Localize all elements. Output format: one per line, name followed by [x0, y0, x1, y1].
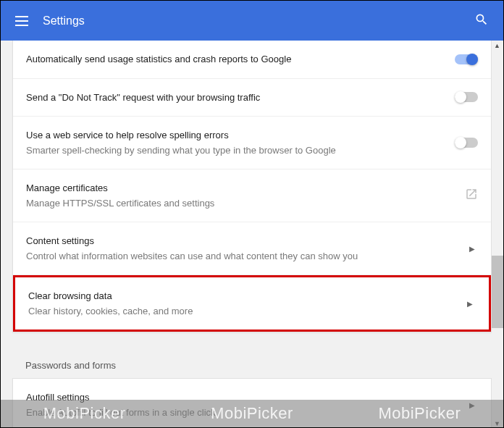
chevron-right-icon: ▶	[467, 300, 476, 308]
privacy-card: Automatically send usage statistics and …	[12, 41, 492, 332]
row-title: Autofill settings	[26, 390, 469, 405]
toggle-do-not-track[interactable]	[455, 92, 478, 102]
scrollbar[interactable]: ▲ ▼	[492, 41, 503, 428]
row-title: Content settings	[26, 234, 469, 248]
scroll-thumb[interactable]	[492, 256, 503, 328]
row-text: Send a "Do Not Track" request with your …	[26, 91, 455, 105]
row-title: Automatically send usage statistics and …	[26, 52, 455, 67]
row-text: Automatically send usage statistics and …	[26, 52, 455, 67]
row-text: Manage certificates Manage HTTPS/SSL cer…	[26, 181, 465, 210]
row-text: Clear browsing data Clear history, cooki…	[28, 289, 467, 318]
toggle-spelling[interactable]	[455, 138, 478, 148]
row-title: Use a web service to help resolve spelli…	[26, 128, 455, 143]
page-title: Settings	[43, 14, 85, 28]
row-do-not-track[interactable]: Send a "Do Not Track" request with your …	[13, 79, 491, 117]
row-manage-certificates[interactable]: Manage certificates Manage HTTPS/SSL cer…	[13, 169, 491, 222]
row-sub: Control what information websites can us…	[26, 249, 469, 264]
row-sub: Enable Autofill to fill out forms in a s…	[26, 406, 469, 420]
row-spelling[interactable]: Use a web service to help resolve spelli…	[13, 117, 491, 169]
row-sub: Manage HTTPS/SSL certificates and settin…	[26, 196, 465, 211]
search-icon[interactable]	[474, 12, 489, 30]
row-clear-browsing-data[interactable]: Clear browsing data Clear history, cooki…	[13, 275, 491, 332]
row-title: Clear browsing data	[28, 289, 467, 303]
row-text: Use a web service to help resolve spelli…	[26, 128, 455, 157]
external-link-icon	[465, 188, 478, 203]
chevron-right-icon: ▶	[469, 401, 478, 409]
row-sub: Smarter spell-checking by sending what y…	[26, 143, 455, 158]
app-header: Settings	[1, 1, 503, 41]
toggle-usage-stats[interactable]	[455, 54, 478, 64]
header-left: Settings	[15, 14, 85, 28]
chevron-right-icon: ▶	[469, 245, 478, 253]
row-sub: Clear history, cookies, cache, and more	[28, 304, 467, 319]
row-text: Autofill settings Enable Autofill to fil…	[26, 390, 469, 419]
row-title: Manage certificates	[26, 181, 465, 196]
scroll-up-icon[interactable]: ▲	[494, 42, 501, 49]
row-usage-stats[interactable]: Automatically send usage statistics and …	[13, 41, 491, 79]
content-area: Automatically send usage statistics and …	[1, 41, 503, 428]
row-text: Content settings Control what informatio…	[26, 234, 469, 263]
section-header-passwords: Passwords and forms	[12, 344, 503, 378]
row-title: Send a "Do Not Track" request with your …	[26, 91, 455, 105]
menu-icon[interactable]	[15, 16, 28, 26]
row-content-settings[interactable]: Content settings Control what informatio…	[13, 222, 491, 275]
scroll-down-icon[interactable]: ▼	[494, 420, 501, 427]
passwords-card: Autofill settings Enable Autofill to fil…	[12, 378, 492, 428]
row-autofill-settings[interactable]: Autofill settings Enable Autofill to fil…	[13, 379, 491, 428]
